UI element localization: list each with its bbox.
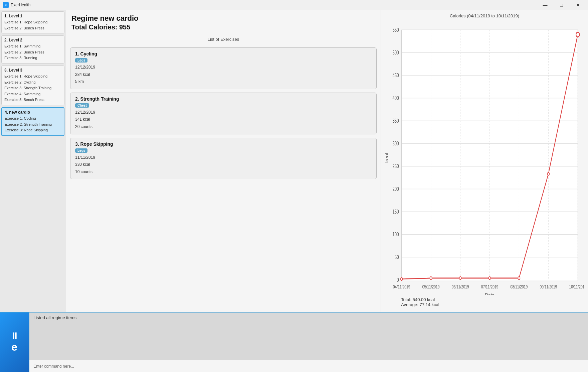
svg-point-41 [401,278,403,281]
regime-calories: Total Calories: 955 [71,23,375,31]
exercise-badge: Chest [75,103,89,108]
exercises-list: 1. CyclingLegs12/12/2019284 kcal5 km2. S… [66,44,381,312]
exercise-card: 1. CyclingLegs12/12/2019284 kcal5 km [70,47,377,89]
svg-text:200: 200 [392,186,399,192]
app-logo: e [3,2,9,8]
svg-text:100: 100 [392,232,399,238]
status-message: Listed all regime items [33,315,76,320]
sidebar-exercise-item: Exercise 2: Strength Training [5,122,61,128]
sidebar-level-2[interactable]: 2. Level 2Exercise 1: SwimmingExercise 2… [1,35,64,64]
sidebar-exercise-item: Exercise 2: Bench Press [4,25,61,31]
sidebar-exercise-item: Exercise 1: Cycling [5,116,61,122]
sidebar-exercise-item: Exercise 1: Rope Skipping [4,19,61,25]
svg-text:0: 0 [397,277,399,283]
svg-text:300: 300 [392,141,399,146]
svg-text:450: 450 [392,73,399,78]
bottom-area: ⏸ e Listed all regime items [0,312,588,372]
sidebar-exercise-item: Exercise 3: Running [4,55,61,61]
command-input[interactable] [29,360,588,372]
logo-bars-icon: ⏸ [10,332,19,341]
level-title-3: 3. Level 3 [4,68,61,73]
sidebar-exercise-item: Exercise 3: Rope Skipping [5,127,61,133]
minimize-button[interactable]: — [538,0,553,10]
chart-svg: 0 50 100 150 200 250 300 350 400 450 500… [384,20,585,295]
app-title: ExerHealth [11,3,30,7]
svg-text:550: 550 [392,27,399,33]
exercise-card: 3. Rope SkippingLegs11/11/2019330 kcal10… [70,138,377,179]
level-title-1: 1. Level 1 [4,14,61,18]
sidebar-level-3[interactable]: 3. Level 3Exercise 1: Rope SkippingExerc… [1,66,64,105]
sidebar: 1. Level 1Exercise 1: Rope SkippingExerc… [0,10,66,312]
exercise-card-title: 1. Cycling [75,51,372,56]
svg-text:kcal: kcal [385,153,389,163]
svg-point-42 [430,277,432,280]
window-controls: — □ ✕ [538,0,585,10]
svg-text:05/11/2019: 05/11/2019 [422,284,440,290]
svg-text:10/11/2019: 10/11/2019 [569,284,585,290]
sidebar-exercise-item: Exercise 1: Rope Skipping [4,74,61,80]
titlebar: e ExerHealth — □ ✕ [0,0,588,10]
level-title-4: 4. new cardio [5,110,61,115]
exercise-detail: 12/12/2019341 kcal20 counts [75,109,372,131]
regime-title: Regime new cardio [71,14,375,23]
sidebar-exercise-item: Exercise 3: Strength Training [4,85,61,91]
svg-text:07/11/2019: 07/11/2019 [481,284,499,290]
svg-text:09/11/2019: 09/11/2019 [540,284,557,290]
svg-text:06/11/2019: 06/11/2019 [452,284,469,290]
main-content: 1. Level 1Exercise 1: Rope SkippingExerc… [0,10,588,312]
sidebar-exercise-item: Exercise 2: Cycling [4,80,61,86]
chart-panel: Calories (04/11/2019 to 10/11/2019) [381,10,588,312]
command-input-area [29,360,588,372]
chart-title: Calories (04/11/2019 to 10/11/2019) [384,13,585,18]
svg-text:250: 250 [392,163,399,169]
exercise-card-title: 2. Strength Training [75,96,372,102]
svg-point-43 [459,277,461,280]
maximize-button[interactable]: □ [554,0,569,10]
app-logo-icon: e [5,3,7,7]
svg-text:04/11/2019: 04/11/2019 [393,284,410,290]
close-button[interactable]: ✕ [570,0,585,10]
svg-text:500: 500 [392,50,399,55]
svg-point-44 [488,277,491,280]
exercises-list-label: List of Exercises [66,34,381,44]
svg-text:Date: Date [485,292,494,295]
regime-header: Regime new cardio Total Calories: 955 [66,10,381,34]
center-panel: Regime new cardio Total Calories: 955 Li… [66,10,381,312]
exercise-badge: Legs [75,148,87,153]
sidebar-exercise-item: Exercise 4: Swimming [4,91,61,97]
exercise-badge: Legs [75,58,87,63]
exercise-detail: 11/11/2019330 kcal10 counts [75,154,372,176]
chart-total: Total: 540.00 kcal [401,297,585,302]
status-bar: Listed all regime items [29,313,588,360]
sidebar-level-1[interactable]: 1. Level 1Exercise 1: Rope SkippingExerc… [1,11,64,33]
chart-average: Average: 77.14 kcal [401,302,585,307]
svg-point-46 [547,172,549,175]
svg-text:350: 350 [392,118,399,124]
logo-letter: e [11,341,17,353]
sidebar-exercise-item: Exercise 1: Swimming [4,43,61,49]
svg-point-45 [518,277,520,280]
svg-text:08/11/2019: 08/11/2019 [511,284,528,290]
app-logo-large: ⏸ e [0,313,29,372]
chart-area: 0 50 100 150 200 250 300 350 400 450 500… [384,20,585,295]
exercise-detail: 12/12/2019284 kcal5 km [75,64,372,86]
exercise-card: 2. Strength TrainingChest12/12/2019341 k… [70,93,377,134]
svg-point-47 [576,32,579,37]
exercise-card-title: 3. Rope Skipping [75,141,372,147]
chart-stats: Total: 540.00 kcal Average: 77.14 kcal [384,295,585,308]
svg-text:50: 50 [395,255,399,260]
sidebar-level-4[interactable]: 4. new cardioExercise 1: CyclingExercise… [1,107,64,136]
sidebar-exercise-item: Exercise 5: Bench Press [4,97,61,103]
bottom-right: Listed all regime items [29,313,588,372]
svg-text:150: 150 [392,209,399,215]
level-title-2: 2. Level 2 [4,38,61,42]
sidebar-exercise-item: Exercise 2: Bench Press [4,49,61,55]
svg-text:400: 400 [392,95,399,101]
